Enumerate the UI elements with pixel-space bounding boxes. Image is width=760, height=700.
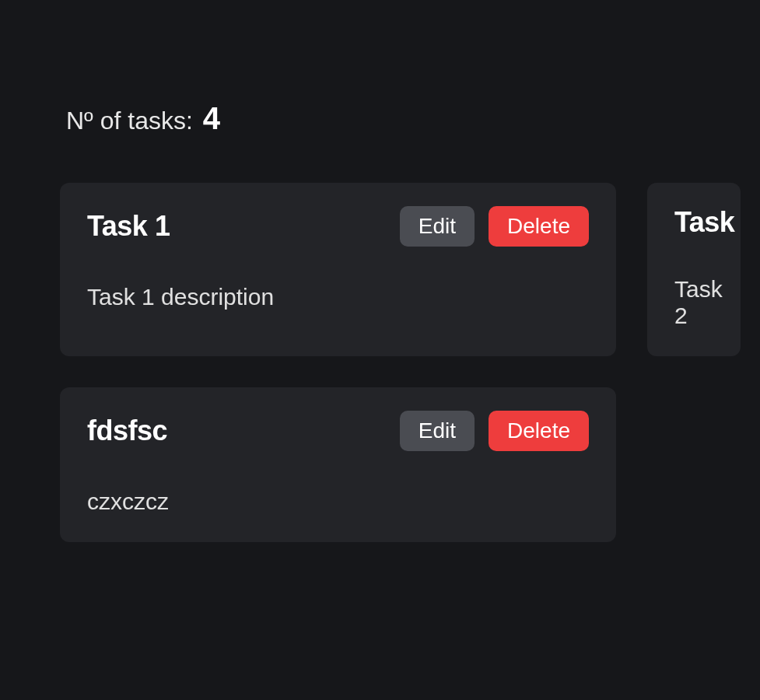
task-card-header: Task: [674, 206, 713, 239]
task-title: Task 1: [87, 210, 170, 243]
task-count-value: 4: [203, 101, 220, 135]
edit-button[interactable]: Edit: [400, 411, 475, 451]
edit-button[interactable]: Edit: [400, 206, 475, 247]
task-title: Task: [674, 206, 734, 239]
task-card: Task Task 2: [647, 183, 741, 356]
task-card-header: fdsfsc Edit Delete: [87, 411, 589, 451]
task-card: Task 1 Edit Delete Task 1 description: [60, 183, 616, 356]
task-count-label: Nº of tasks: 4: [66, 101, 760, 136]
delete-button[interactable]: Delete: [489, 411, 589, 451]
task-description: Task 1 description: [87, 284, 589, 310]
task-card-header: Task 1 Edit Delete: [87, 206, 589, 247]
task-count-text: Nº of tasks:: [66, 107, 193, 135]
task-grid: Task 1 Edit Delete Task 1 description Ta…: [60, 183, 760, 542]
task-description: Task 2: [674, 276, 713, 329]
delete-button[interactable]: Delete: [489, 206, 589, 247]
task-actions: Edit Delete: [400, 411, 589, 451]
task-description: czxczcz: [87, 488, 589, 515]
task-actions: Edit Delete: [400, 206, 589, 247]
task-card: fdsfsc Edit Delete czxczcz: [60, 387, 616, 542]
task-title: fdsfsc: [87, 415, 167, 447]
